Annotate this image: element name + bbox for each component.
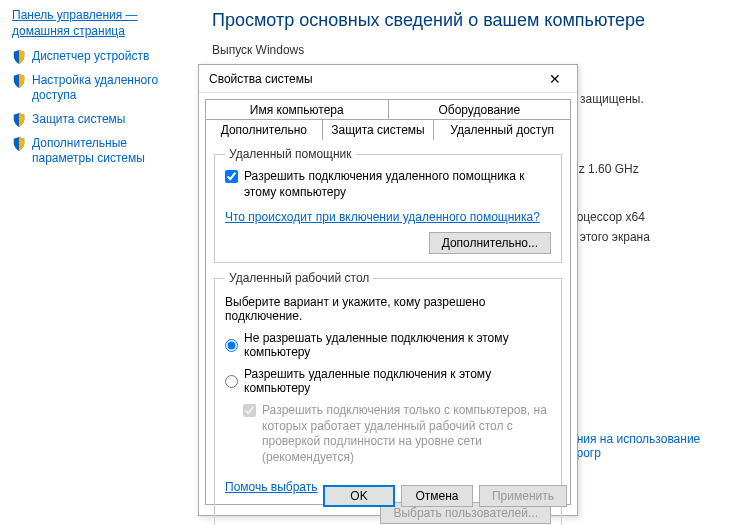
sidebar-item-device-manager[interactable]: Диспетчер устройств [12, 49, 180, 65]
sidebar-item-label[interactable]: Защита системы [32, 112, 125, 128]
tab-system-protection[interactable]: Защита системы [323, 119, 435, 140]
sidebar: Панель управления — домашняя страница Ди… [0, 0, 190, 185]
shield-icon [12, 113, 26, 127]
radio-allow-remote-label[interactable]: Разрешить удаленные подключения к этому … [244, 367, 551, 395]
windows-edition-label: Выпуск Windows [212, 43, 718, 57]
radio-deny-remote[interactable] [225, 339, 238, 352]
remote-desktop-prompt: Выберите вариант и укажите, кому разреше… [225, 295, 551, 323]
shield-icon [12, 50, 26, 64]
sidebar-item-system-protection[interactable]: Защита системы [12, 112, 180, 128]
tab-computer-name[interactable]: Имя компьютера [205, 99, 389, 120]
tab-panel-remote: Удаленный помощник Разрешить подключения… [205, 139, 571, 505]
help-choose-link[interactable]: Помочь выбрать [225, 480, 318, 494]
control-panel-home-link[interactable]: Панель управления — домашняя страница [12, 8, 180, 39]
bg-text-cpu: Hz 1.60 GHz [570, 162, 639, 176]
cancel-button[interactable]: Отмена [401, 485, 473, 507]
tab-remote[interactable]: Удаленный доступ [434, 119, 571, 140]
remote-assistance-help-link[interactable]: Что происходит при включении удаленного … [225, 210, 540, 224]
sidebar-item-remote-settings[interactable]: Настройка удаленного доступа [12, 73, 180, 104]
dialog-title: Свойства системы [209, 72, 313, 86]
shield-icon [12, 137, 26, 151]
sidebar-item-label[interactable]: Диспетчер устройств [32, 49, 149, 65]
main-panel: Просмотр основных сведений о вашем компь… [200, 0, 730, 73]
close-icon: ✕ [549, 71, 561, 87]
tab-hardware[interactable]: Оборудование [389, 99, 572, 120]
sidebar-item-advanced-settings[interactable]: Дополнительные параметры системы [12, 136, 180, 167]
tab-advanced[interactable]: Дополнительно [205, 119, 323, 140]
apply-button[interactable]: Применить [479, 485, 567, 507]
page-title: Просмотр основных сведений о вашем компь… [212, 10, 718, 31]
system-properties-dialog: Свойства системы ✕ Имя компьютера Оборуд… [198, 64, 578, 516]
dialog-titlebar[interactable]: Свойства системы ✕ [199, 65, 577, 93]
bg-text-arch: роцессор x64 [570, 210, 645, 224]
tabs: Имя компьютера Оборудование Дополнительн… [199, 93, 577, 505]
sidebar-item-label[interactable]: Настройка удаленного доступа [32, 73, 180, 104]
nla-label: Разрешить подключения только с компьютер… [262, 403, 551, 465]
dialog-button-row: OK Отмена Применить [323, 485, 567, 507]
ok-button[interactable]: OK [323, 485, 395, 507]
sidebar-item-label[interactable]: Дополнительные параметры системы [32, 136, 180, 167]
shield-icon [12, 74, 26, 88]
allow-remote-assistance-label[interactable]: Разрешить подключения удаленного помощни… [244, 169, 551, 200]
remote-assistant-group: Удаленный помощник Разрешить подключения… [214, 147, 562, 263]
allow-remote-assistance-checkbox[interactable] [225, 170, 238, 183]
bg-text-display: я этого экрана [570, 230, 650, 244]
remote-desktop-legend: Удаленный рабочий стол [225, 271, 373, 285]
remote-assistant-legend: Удаленный помощник [225, 147, 356, 161]
radio-allow-remote[interactable] [225, 375, 238, 388]
close-button[interactable]: ✕ [539, 69, 571, 89]
bg-text-rights: а защищены. [570, 92, 644, 106]
bg-license-link[interactable]: ения на использование прогр [570, 432, 730, 460]
radio-deny-remote-label[interactable]: Не разрешать удаленные подключения к это… [244, 331, 551, 359]
nla-checkbox [243, 404, 256, 417]
remote-assistance-advanced-button[interactable]: Дополнительно... [429, 232, 551, 254]
